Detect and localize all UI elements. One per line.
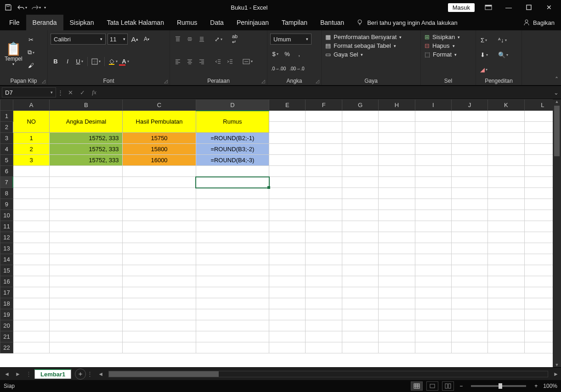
cell[interactable] — [379, 287, 415, 298]
row-header[interactable]: 7 — [0, 177, 13, 188]
cell[interactable]: Rumus — [196, 111, 269, 133]
cell[interactable] — [451, 309, 487, 320]
decrease-indent-button[interactable] — [213, 56, 223, 67]
cell[interactable] — [415, 155, 451, 166]
cell[interactable] — [379, 133, 415, 144]
cell[interactable] — [342, 221, 378, 232]
align-top-button[interactable] — [173, 34, 183, 45]
cell[interactable] — [123, 320, 196, 331]
cell[interactable]: =ROUND(B3;-2) — [196, 144, 269, 155]
cell[interactable] — [196, 298, 269, 309]
page-layout-view-button[interactable] — [426, 381, 438, 391]
increase-decimal-button[interactable]: .0→.00 — [270, 63, 287, 74]
cell[interactable] — [123, 243, 196, 254]
cell[interactable] — [379, 232, 415, 243]
tab-beranda[interactable]: Beranda — [26, 15, 63, 30]
cell[interactable] — [269, 210, 306, 221]
cell[interactable] — [306, 331, 342, 342]
cell[interactable] — [451, 342, 487, 353]
cell[interactable] — [50, 243, 123, 254]
tab-tata-letak[interactable]: Tata Letak Halaman — [100, 15, 170, 30]
cell[interactable]: 2 — [13, 144, 50, 155]
cell[interactable] — [488, 155, 524, 166]
cell[interactable] — [13, 265, 50, 276]
cell[interactable] — [306, 243, 342, 254]
cell[interactable] — [451, 188, 487, 199]
cell[interactable] — [50, 188, 123, 199]
signin-button[interactable]: Masuk — [448, 3, 475, 12]
cell[interactable] — [269, 265, 306, 276]
cell[interactable] — [306, 177, 342, 188]
cell[interactable]: =ROUND(B2;-1) — [196, 133, 269, 144]
ribbon-display-icon[interactable] — [479, 1, 498, 14]
undo-button[interactable]: ▾ — [17, 2, 28, 13]
cell[interactable] — [415, 166, 451, 177]
horizontal-scrollbar[interactable] — [108, 371, 548, 377]
scroll-left-button[interactable]: ◄ — [96, 369, 106, 379]
share-button[interactable]: Bagikan — [523, 15, 561, 30]
cell[interactable] — [196, 331, 269, 342]
cell[interactable] — [123, 265, 196, 276]
cell[interactable] — [451, 144, 487, 155]
cell[interactable] — [196, 243, 269, 254]
tab-bantuan[interactable]: Bantuan — [314, 15, 351, 30]
cell[interactable] — [342, 155, 378, 166]
column-header[interactable]: H — [379, 100, 415, 111]
add-sheet-button[interactable]: ＋ — [75, 369, 86, 380]
cell[interactable] — [196, 199, 269, 210]
zoom-out-button[interactable]: − — [458, 383, 465, 389]
cell[interactable] — [451, 298, 487, 309]
sort-filter-button[interactable]: ᴬ↓ — [497, 34, 508, 45]
increase-font-button[interactable]: A▴ — [130, 34, 140, 45]
comma-button[interactable]: , — [294, 48, 304, 59]
cell[interactable] — [50, 331, 123, 342]
cell[interactable] — [342, 298, 378, 309]
cell[interactable] — [13, 298, 50, 309]
cell[interactable] — [196, 166, 269, 177]
cell[interactable] — [269, 342, 306, 353]
cell[interactable] — [306, 254, 342, 265]
redo-button[interactable]: ▾ — [30, 2, 41, 13]
cell[interactable] — [196, 232, 269, 243]
cell[interactable] — [488, 342, 524, 353]
cell[interactable] — [50, 166, 123, 177]
column-header[interactable]: I — [415, 100, 451, 111]
cell[interactable] — [415, 331, 451, 342]
page-break-view-button[interactable] — [442, 381, 454, 391]
cell[interactable] — [306, 155, 342, 166]
cell[interactable] — [269, 243, 306, 254]
cell[interactable] — [451, 331, 487, 342]
cell[interactable] — [123, 331, 196, 342]
clear-button[interactable]: ◢ — [479, 64, 489, 75]
cell[interactable] — [269, 111, 306, 122]
cell[interactable] — [451, 111, 487, 122]
cell[interactable] — [50, 309, 123, 320]
cell[interactable] — [50, 320, 123, 331]
cell[interactable] — [379, 265, 415, 276]
cell[interactable] — [415, 276, 451, 287]
cell[interactable] — [488, 133, 524, 144]
cell[interactable] — [379, 309, 415, 320]
cell[interactable] — [13, 199, 50, 210]
cell[interactable] — [50, 287, 123, 298]
cell[interactable]: 15752, 333 — [50, 133, 123, 144]
cell[interactable] — [13, 287, 50, 298]
cell[interactable] — [451, 243, 487, 254]
fill-button[interactable]: ⬇ — [479, 49, 489, 60]
tab-file[interactable]: File — [3, 15, 26, 30]
cell[interactable] — [379, 243, 415, 254]
save-icon[interactable] — [3, 2, 14, 13]
cell[interactable] — [269, 276, 306, 287]
cell[interactable] — [488, 320, 524, 331]
font-name-select[interactable]: Calibri▾ — [51, 34, 106, 45]
minimize-button[interactable]: — — [499, 1, 518, 14]
cell[interactable] — [379, 342, 415, 353]
cell[interactable] — [415, 287, 451, 298]
tab-rumus[interactable]: Rumus — [170, 15, 204, 30]
column-header[interactable]: J — [451, 100, 487, 111]
cell[interactable] — [342, 188, 378, 199]
row-header[interactable]: 2 — [0, 122, 13, 133]
cell[interactable] — [13, 210, 50, 221]
conditional-formatting-button[interactable]: ▦Pemformatan Bersyarat ▾ — [324, 33, 418, 41]
cell[interactable] — [451, 166, 487, 177]
